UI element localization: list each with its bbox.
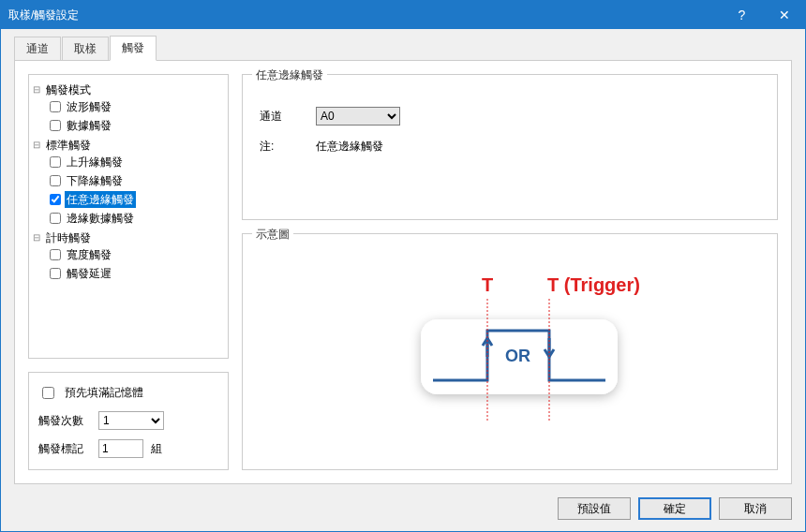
right-column: 任意邊緣觸發 通道 A0 注: 任意邊緣觸發 示意圖 T bbox=[242, 74, 778, 470]
defaults-button[interactable]: 預設值 bbox=[558, 497, 631, 520]
tree-item-width-label: 寬度觸發 bbox=[65, 246, 113, 263]
note-text: 任意邊緣觸發 bbox=[316, 139, 383, 155]
group-any-edge-legend: 任意邊緣觸發 bbox=[252, 67, 327, 83]
checkbox-prefill-memory[interactable] bbox=[42, 387, 54, 399]
diagram-label-t2: T (Trigger) bbox=[547, 274, 640, 295]
trigger-mark-label: 觸發標記 bbox=[38, 441, 91, 457]
tree-group-standard[interactable]: 標準觸發 上升緣觸發 下降緣觸發 任意邊緣觸發 邊緣數據觸發 bbox=[35, 136, 222, 229]
tab-content: 觸發模式 波形觸發 數據觸發 標準觸發 上升緣觸發 下降緣觸發 任意邊緣觸發 邊… bbox=[14, 60, 792, 484]
group-any-edge: 任意邊緣觸發 通道 A0 注: 任意邊緣觸發 bbox=[242, 74, 778, 220]
tab-channel[interactable]: 通道 bbox=[14, 37, 61, 61]
tree-item-anyedge[interactable]: 任意邊緣觸發 bbox=[50, 191, 222, 210]
window-title: 取樣/觸發設定 bbox=[1, 7, 721, 23]
trigger-mark-input[interactable] bbox=[98, 439, 143, 458]
cancel-button[interactable]: 取消 bbox=[719, 497, 792, 520]
dialog-window: 取樣/觸發設定 ? ✕ 通道 取樣 觸發 觸發模式 波形觸發 數據觸發 bbox=[0, 0, 806, 532]
options-panel: 預先填滿記憶體 觸發次數 1 觸發標記 組 bbox=[28, 372, 229, 470]
tree-item-data-label: 數據觸發 bbox=[65, 117, 113, 134]
trigger-tree[interactable]: 觸發模式 波形觸發 數據觸發 標準觸發 上升緣觸發 下降緣觸發 任意邊緣觸發 邊… bbox=[28, 74, 229, 359]
tree-item-data[interactable]: 數據觸發 bbox=[50, 117, 222, 136]
tree-item-waveform[interactable]: 波形觸發 bbox=[50, 98, 222, 117]
tree-group-mode[interactable]: 觸發模式 波形觸發 數據觸發 bbox=[35, 81, 222, 136]
diagram-label-t1: T bbox=[482, 274, 493, 295]
checkbox-rising[interactable] bbox=[50, 156, 61, 168]
note-label: 注: bbox=[260, 139, 316, 155]
tree-item-width[interactable]: 寬度觸發 bbox=[50, 246, 222, 265]
tree-item-anyedge-label: 任意邊緣觸發 bbox=[65, 191, 136, 208]
checkbox-data[interactable] bbox=[50, 120, 61, 131]
trigger-diagram: T T (Trigger) bbox=[243, 234, 777, 469]
trigger-mark-unit: 組 bbox=[151, 441, 162, 457]
tree-group-timing[interactable]: 計時觸發 寬度觸發 觸發延遲 bbox=[35, 229, 222, 284]
channel-label: 通道 bbox=[260, 109, 316, 125]
prefill-memory-label: 預先填滿記憶體 bbox=[65, 385, 143, 401]
channel-select[interactable]: A0 bbox=[316, 107, 400, 126]
title-bar: 取樣/觸發設定 ? ✕ bbox=[1, 1, 805, 29]
tree-item-edgedata[interactable]: 邊緣數據觸發 bbox=[50, 210, 222, 229]
checkbox-edgedata[interactable] bbox=[50, 213, 61, 224]
checkbox-anyedge[interactable] bbox=[50, 194, 61, 205]
tree-item-falling-label: 下降緣觸發 bbox=[65, 172, 125, 189]
tab-trigger[interactable]: 觸發 bbox=[110, 36, 157, 61]
trigger-diagram-svg: T T (Trigger) bbox=[360, 263, 660, 441]
checkbox-delay[interactable] bbox=[50, 268, 61, 279]
diagram-or-text: OR bbox=[505, 347, 530, 365]
tree-item-delay[interactable]: 觸發延遲 bbox=[50, 265, 222, 284]
ok-button[interactable]: 確定 bbox=[638, 497, 711, 520]
tree-item-delay-label: 觸發延遲 bbox=[65, 265, 113, 282]
tree-item-edgedata-label: 邊緣數據觸發 bbox=[65, 210, 136, 227]
help-button[interactable]: ? bbox=[721, 1, 763, 29]
checkbox-falling[interactable] bbox=[50, 175, 61, 186]
tree-group-mode-label: 觸發模式 bbox=[44, 81, 93, 98]
trigger-count-select[interactable]: 1 bbox=[98, 411, 164, 430]
trigger-count-label: 觸發次數 bbox=[38, 413, 91, 429]
group-diagram: 示意圖 T T (Trigger) bbox=[242, 233, 778, 470]
checkbox-width[interactable] bbox=[50, 249, 61, 260]
tree-group-timing-label: 計時觸發 bbox=[44, 229, 93, 246]
tree-item-rising-label: 上升緣觸發 bbox=[65, 154, 125, 170]
tree-group-standard-label: 標準觸發 bbox=[44, 137, 93, 154]
tab-sampling[interactable]: 取樣 bbox=[62, 37, 109, 61]
tree-item-falling[interactable]: 下降緣觸發 bbox=[50, 172, 222, 191]
tree-item-rising[interactable]: 上升緣觸發 bbox=[50, 154, 222, 172]
tab-strip: 通道 取樣 觸發 bbox=[1, 29, 805, 60]
checkbox-waveform[interactable] bbox=[50, 101, 61, 112]
left-column: 觸發模式 波形觸發 數據觸發 標準觸發 上升緣觸發 下降緣觸發 任意邊緣觸發 邊… bbox=[28, 74, 229, 470]
close-button[interactable]: ✕ bbox=[763, 1, 805, 29]
button-bar: 預設值 確定 取消 bbox=[1, 490, 805, 531]
tree-item-waveform-label: 波形觸發 bbox=[65, 98, 113, 115]
